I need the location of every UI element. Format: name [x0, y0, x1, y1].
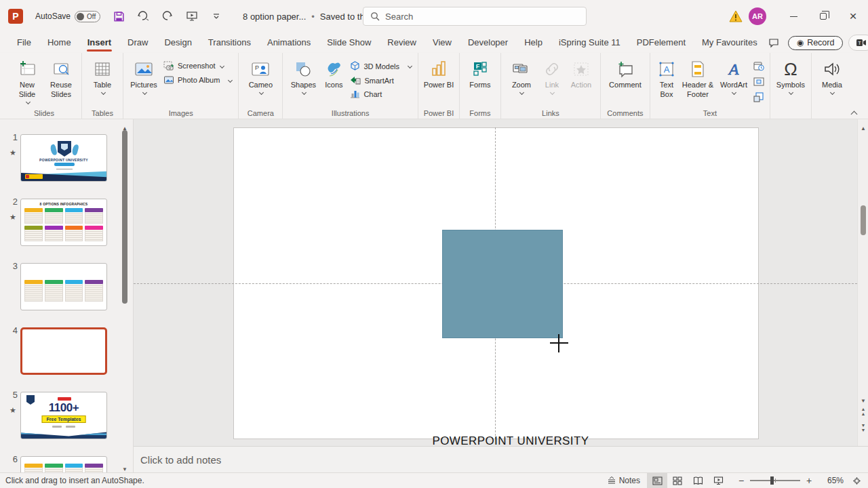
slide-thumbnail-3[interactable] [20, 263, 107, 310]
tab-home[interactable]: Home [40, 34, 79, 52]
tab-design[interactable]: Design [157, 34, 199, 52]
symbols-button[interactable]: Symbols [774, 56, 808, 96]
svg-text:A: A [728, 60, 739, 78]
warning-icon[interactable] [728, 9, 743, 23]
tab-transitions[interactable]: Transitions [201, 34, 258, 52]
screenshot-button[interactable]: Screenshot [161, 60, 235, 72]
zoom-level[interactable]: 65% [818, 476, 844, 485]
redo-button[interactable] [160, 9, 175, 24]
group-label-tables: Tables [82, 109, 123, 117]
scroll-down-arrow[interactable] [121, 462, 129, 470]
date-time-button[interactable] [751, 59, 766, 73]
slide-thumbnail-2[interactable]: 8 OPTIONS INFOGRAPHICS [20, 199, 107, 246]
new-slide-button[interactable]: New Slide [10, 56, 44, 106]
zoom-out-button[interactable]: − [735, 475, 747, 486]
photo-album-button[interactable]: Photo Album [161, 74, 235, 86]
fit-slide-to-window-button[interactable] [848, 473, 865, 488]
slide-thumbnail-1[interactable]: POWERPOINT UNIVERSITY [20, 134, 107, 182]
tab-ispring-suite[interactable]: iSpring Suite 11 [551, 34, 628, 52]
zoom-slider[interactable] [750, 480, 800, 481]
collapse-ribbon-button[interactable] [850, 109, 859, 116]
tab-my-favourites[interactable]: My Favourites [694, 34, 765, 52]
tab-file[interactable]: File [9, 34, 39, 52]
zoom-in-button[interactable]: + [803, 475, 815, 486]
autosave-toggle[interactable]: Off [75, 11, 100, 22]
power-bi-button[interactable]: Power BI [422, 56, 456, 92]
minimize-button[interactable] [778, 0, 808, 33]
zoom-button[interactable]: Zoom [505, 56, 538, 96]
zoom-slider-thumb[interactable] [770, 476, 774, 485]
slide-footer-text[interactable]: POWERPOINT UNIVERSITY [424, 434, 597, 446]
next-slide-button[interactable]: ▼▼ [858, 423, 868, 435]
ribbon-group-media: Media [812, 53, 852, 119]
customize-quick-access-button[interactable] [209, 9, 224, 24]
smartart-button[interactable]: SmartArt [347, 75, 414, 86]
restore-icon [820, 13, 827, 20]
chart-button[interactable]: Chart [347, 88, 414, 100]
ribbon-group-links: Zoom Link Action Links [501, 53, 601, 119]
tab-pdfelement[interactable]: PDFelement [629, 34, 693, 52]
tab-animations[interactable]: Animations [260, 34, 318, 52]
powerpoint-icon[interactable]: P [8, 9, 23, 24]
object-button[interactable] [751, 90, 766, 104]
scroll-down-arrow[interactable] [858, 393, 868, 403]
previous-slide-button[interactable]: ▲▲ [858, 407, 868, 419]
thumb-card [65, 280, 83, 302]
group-label-camera: Camera [239, 109, 282, 117]
notes-placeholder[interactable]: Click to add notes [140, 454, 221, 466]
search-box[interactable] [363, 7, 587, 26]
avatar[interactable]: AR [749, 7, 766, 25]
media-button[interactable]: Media [815, 56, 849, 96]
animation-star-icon [9, 210, 16, 222]
group-label-images: Images [123, 109, 238, 117]
slide-number-button[interactable] [751, 75, 766, 88]
restore-button[interactable] [808, 0, 838, 33]
icons-button[interactable]: Icons [320, 56, 347, 92]
undo-button[interactable] [136, 9, 151, 24]
text-box-button[interactable]: A Text Box [654, 56, 679, 102]
canvas-scrollbar-thumb[interactable] [861, 205, 866, 235]
tab-view[interactable]: View [425, 34, 459, 52]
tab-developer[interactable]: Developer [460, 34, 515, 52]
ribbon-group-text: A Text Box Header & Footer A WordArt [650, 53, 770, 119]
save-button[interactable] [111, 9, 126, 24]
tab-insert[interactable]: Insert [80, 34, 119, 52]
status-message: Click and drag to insert an AutoShape. [5, 476, 144, 485]
reading-view-button[interactable] [688, 473, 708, 488]
pictures-button[interactable]: Pictures [127, 56, 161, 96]
start-presentation-button[interactable] [184, 9, 199, 24]
tab-draw[interactable]: Draw [120, 34, 155, 52]
comments-button[interactable] [765, 35, 783, 50]
notes-toggle-button[interactable]: Notes [600, 473, 647, 488]
rectangle-shape-being-drawn[interactable] [442, 230, 563, 338]
photo-album-icon [163, 75, 174, 85]
slide-canvas[interactable]: POWERPOINT UNIVERSITY ▲▲ ▼▼ [134, 119, 868, 446]
close-button[interactable] [838, 0, 868, 33]
autosave-label: AutoSave [35, 12, 71, 21]
tab-slide-show[interactable]: Slide Show [319, 34, 378, 52]
slide-thumbnail-4-selected[interactable] [20, 327, 107, 375]
scroll-up-arrow[interactable] [121, 121, 129, 129]
slide-sorter-view-button[interactable] [667, 473, 688, 488]
shapes-button[interactable]: Shapes [286, 56, 320, 96]
normal-view-button[interactable] [647, 473, 667, 488]
panel-scrollbar-thumb[interactable] [122, 130, 127, 304]
tab-help[interactable]: Help [517, 34, 550, 52]
slide-thumbnail-5[interactable]: 1100+ Free Templates [20, 392, 107, 439]
teams-button[interactable]: T [848, 35, 868, 51]
slide-show-view-button[interactable] [708, 473, 728, 488]
search-input[interactable] [385, 12, 579, 22]
cameo-button[interactable]: P Cameo [242, 56, 279, 96]
comment-button[interactable]: Comment [604, 56, 646, 92]
wordart-button[interactable]: A WordArt [716, 56, 751, 96]
notes-pane[interactable]: Click to add notes [134, 446, 868, 472]
record-button[interactable]: Record [788, 36, 844, 50]
shield-logo-icon [58, 141, 71, 157]
table-button[interactable]: Table [85, 56, 119, 96]
tab-review[interactable]: Review [380, 34, 424, 52]
reuse-slides-button[interactable]: Reuse Slides [44, 56, 78, 102]
scroll-up-arrow[interactable] [858, 121, 868, 130]
3d-models-button[interactable]: 3D Models [347, 60, 414, 73]
header-footer-button[interactable]: Header & Footer [679, 56, 716, 102]
forms-button[interactable]: F Forms [463, 56, 497, 92]
